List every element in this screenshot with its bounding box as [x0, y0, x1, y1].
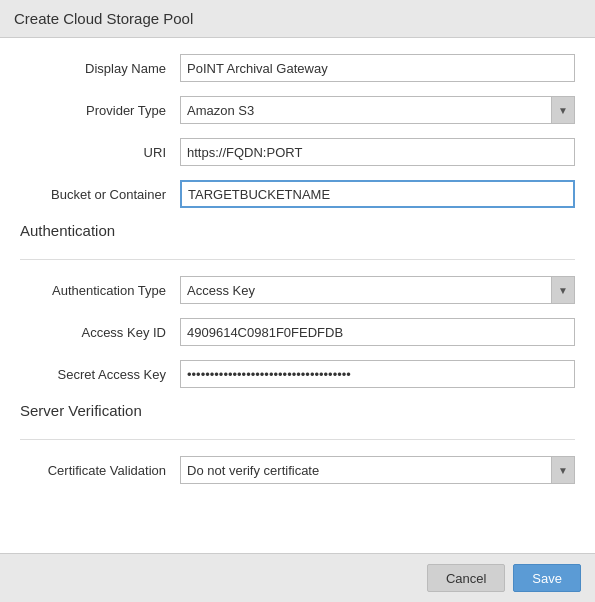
display-name-input[interactable]	[180, 54, 575, 82]
auth-type-row: Authentication Type Access Key ▼	[20, 276, 575, 304]
dialog-body: Display Name Provider Type Amazon S3 ▼ U…	[0, 38, 595, 553]
cert-validation-label: Certificate Validation	[20, 463, 180, 478]
access-key-id-input[interactable]	[180, 318, 575, 346]
dialog-footer: Cancel Save	[0, 553, 595, 602]
display-name-label: Display Name	[20, 61, 180, 76]
provider-type-label: Provider Type	[20, 103, 180, 118]
dialog: Create Cloud Storage Pool Display Name P…	[0, 0, 595, 602]
save-button[interactable]: Save	[513, 564, 581, 592]
server-verification-section-title: Server Verification	[20, 402, 575, 425]
secret-key-row: Secret Access Key	[20, 360, 575, 388]
dialog-title: Create Cloud Storage Pool	[0, 0, 595, 38]
provider-type-row: Provider Type Amazon S3 ▼	[20, 96, 575, 124]
cert-validation-row: Certificate Validation Do not verify cer…	[20, 456, 575, 484]
provider-type-select-wrapper: Amazon S3 ▼	[180, 96, 575, 124]
bucket-input[interactable]	[180, 180, 575, 208]
auth-type-select-wrapper: Access Key ▼	[180, 276, 575, 304]
server-verification-divider	[20, 439, 575, 440]
uri-row: URI	[20, 138, 575, 166]
auth-type-select[interactable]: Access Key	[180, 276, 575, 304]
cancel-button[interactable]: Cancel	[427, 564, 505, 592]
access-key-id-label: Access Key ID	[20, 325, 180, 340]
access-key-id-row: Access Key ID	[20, 318, 575, 346]
auth-type-label: Authentication Type	[20, 283, 180, 298]
secret-key-label: Secret Access Key	[20, 367, 180, 382]
dialog-title-text: Create Cloud Storage Pool	[14, 10, 193, 27]
authentication-section-title: Authentication	[20, 222, 575, 245]
uri-input[interactable]	[180, 138, 575, 166]
bucket-label: Bucket or Container	[20, 187, 180, 202]
bucket-row: Bucket or Container	[20, 180, 575, 208]
cert-validation-select-wrapper: Do not verify certificate ▼	[180, 456, 575, 484]
cert-validation-select[interactable]: Do not verify certificate	[180, 456, 575, 484]
secret-key-input[interactable]	[180, 360, 575, 388]
display-name-row: Display Name	[20, 54, 575, 82]
provider-type-select[interactable]: Amazon S3	[180, 96, 575, 124]
uri-label: URI	[20, 145, 180, 160]
authentication-divider	[20, 259, 575, 260]
